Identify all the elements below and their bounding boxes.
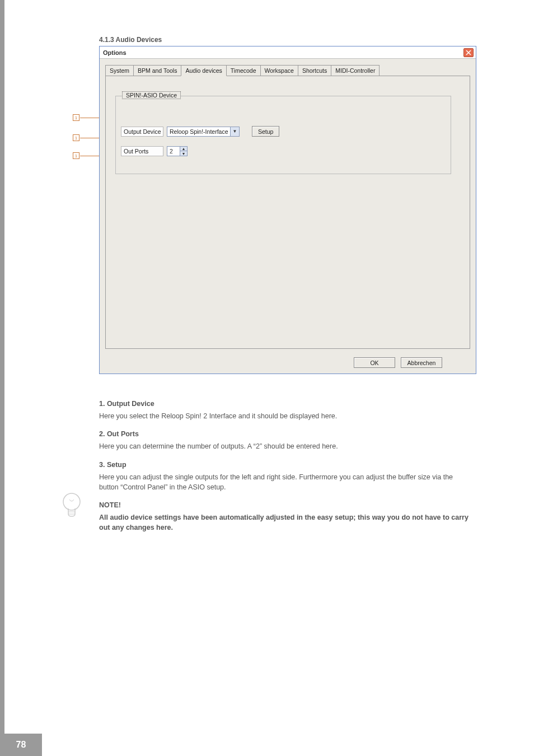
tabstrip: System BPM and Tools Audio devices Timec… [105, 64, 379, 76]
tab-system[interactable]: System [105, 65, 134, 76]
side-stripe [0, 0, 4, 756]
note-heading: NOTE! [99, 500, 474, 510]
para-output-device: Here you select the Reloop Spin! 2 Inter… [99, 411, 474, 421]
para-out-ports: Here you can determine the number of out… [99, 441, 474, 451]
page-content: 4.1.3 Audio Devices 1 1 1 Options System… [39, 0, 534, 756]
output-device-value: Reloop Spin!-Interface [170, 128, 228, 135]
options-dialog: Options System BPM and Tools Audio devic… [99, 46, 476, 374]
callout-2: 1 [73, 134, 79, 141]
note-body: All audio device settings have been auto… [99, 512, 474, 533]
callout-1: 1 [73, 114, 79, 121]
close-button[interactable] [463, 48, 474, 57]
svg-point-0 [63, 493, 80, 510]
body-text: 1. Output Device Here you select the Rel… [99, 391, 474, 535]
ok-button[interactable]: OK [354, 357, 395, 368]
setup-button[interactable]: Setup [252, 126, 279, 137]
close-icon [466, 50, 471, 55]
chevron-down-icon: ▼ [230, 127, 239, 136]
out-ports-row: Out Ports 2 ▲ ▼ [121, 146, 188, 156]
out-ports-label: Out Ports [121, 146, 163, 156]
asio-groupbox-label: SPIN!-ASIO Device [122, 91, 181, 99]
out-ports-spinner[interactable]: 2 ▲ ▼ [167, 146, 188, 156]
heading-output-device: 1. Output Device [99, 399, 474, 409]
dialog-buttons: OK Abbrechen [354, 357, 442, 368]
output-device-dropdown[interactable]: Reloop Spin!-Interface ▼ [167, 127, 240, 137]
para-setup: Here you can adjust the single outputs f… [99, 472, 474, 492]
spinner-up-icon[interactable]: ▲ [180, 147, 187, 151]
tab-timecode[interactable]: Timecode [226, 65, 261, 76]
heading-out-ports: 2. Out Ports [99, 429, 474, 439]
heading-setup: 3. Setup [99, 460, 474, 470]
output-device-label: Output Device [121, 127, 163, 137]
tab-bpm-tools[interactable]: BPM and Tools [133, 65, 181, 76]
spinner-buttons[interactable]: ▲ ▼ [180, 146, 188, 156]
spinner-down-icon[interactable]: ▼ [180, 151, 187, 156]
tab-audio-devices[interactable]: Audio devices [181, 65, 226, 76]
cancel-button[interactable]: Abbrechen [401, 357, 442, 368]
dialog-titlebar[interactable]: Options [100, 46, 476, 59]
dialog-body: System BPM and Tools Audio devices Timec… [100, 59, 476, 374]
tab-shortcuts[interactable]: Shortcuts [298, 65, 331, 76]
output-device-row: Output Device Reloop Spin!-Interface ▼ S… [121, 126, 279, 137]
tab-workspace[interactable]: Workspace [260, 65, 298, 76]
tab-midi-controller[interactable]: MIDI-Controller [331, 65, 380, 76]
callout-3: 1 [73, 152, 79, 159]
page-number: 78 [0, 734, 42, 756]
dialog-title: Options [103, 49, 127, 56]
lightbulb-icon [62, 492, 82, 523]
out-ports-value: 2 [167, 146, 180, 156]
section-heading: 4.1.3 Audio Devices [99, 36, 162, 44]
